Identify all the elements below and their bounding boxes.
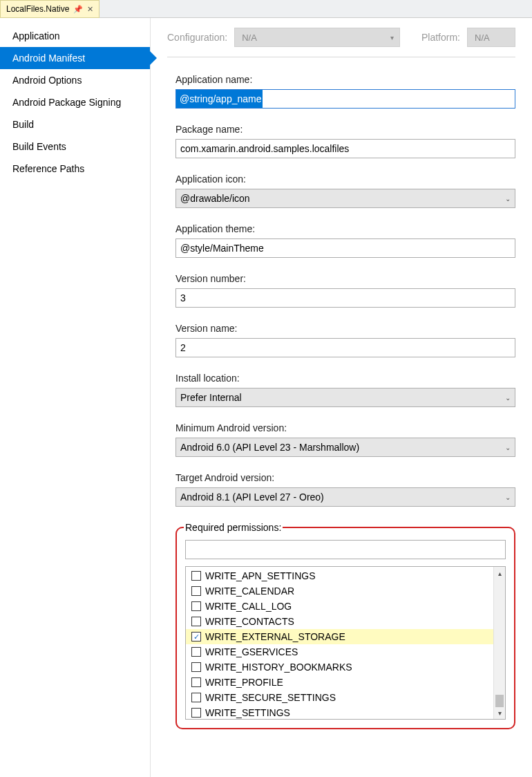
permission-label: WRITE_CALENDAR — [205, 586, 294, 597]
configuration-label: Configuration: — [167, 32, 227, 43]
chevron-down-icon: ⌄ — [505, 494, 511, 501]
checkbox-icon[interactable] — [191, 662, 201, 672]
permission-item[interactable]: WRITE_HISTORY_BOOKMARKS — [186, 659, 493, 675]
permission-item[interactable]: WRITE_GSERVICES — [186, 644, 493, 659]
install-location-combo[interactable]: Prefer Internal ⌄ — [175, 388, 515, 407]
permission-label: WRITE_SETTINGS — [205, 707, 290, 718]
chevron-down-icon: ▾ — [390, 34, 394, 41]
pin-icon[interactable]: 📌 — [73, 5, 83, 14]
permission-label: WRITE_GSERVICES — [205, 646, 298, 657]
target-android-label: Target Android version: — [175, 472, 515, 483]
required-permissions-legend: Required permissions: — [184, 522, 283, 533]
permission-item[interactable]: WRITE_SETTINGS — [186, 705, 493, 719]
sidebar-item-android-manifest[interactable]: Android Manifest — [0, 47, 150, 69]
min-android-label: Minimum Android version: — [175, 422, 515, 433]
version-number-input[interactable] — [175, 288, 515, 308]
checkbox-icon[interactable] — [191, 677, 201, 687]
application-icon-combo[interactable]: @drawable/icon ⌄ — [175, 189, 515, 208]
application-theme-label: Application theme: — [175, 223, 515, 234]
required-permissions-group: Required permissions: WRITE_APN_SETTINGS… — [175, 522, 515, 729]
checkbox-icon[interactable] — [191, 647, 201, 657]
tab-bar: LocalFiles.Native 📌 ✕ — [0, 0, 532, 18]
permissions-list: WRITE_APN_SETTINGSWRITE_CALENDARWRITE_CA… — [185, 566, 506, 720]
scroll-up-icon[interactable]: ▴ — [498, 568, 502, 579]
version-name-label: Version name: — [175, 323, 515, 334]
application-name-value: @string/app_name — [176, 90, 263, 108]
version-name-input[interactable] — [175, 338, 515, 357]
permission-label: WRITE_EXTERNAL_STORAGE — [205, 631, 345, 642]
package-name-input[interactable] — [175, 139, 515, 158]
permission-label: WRITE_HISTORY_BOOKMARKS — [205, 662, 352, 673]
application-theme-input[interactable] — [175, 238, 515, 258]
permission-label: WRITE_SECURE_SETTINGS — [205, 692, 336, 703]
sidebar-item-android-package-signing[interactable]: Android Package Signing — [0, 91, 150, 113]
checkbox-icon[interactable] — [191, 617, 201, 626]
content-panel: Configuration: N/A ▾ Platform: N/A Appli… — [151, 18, 532, 777]
chevron-down-icon: ⌄ — [505, 195, 511, 203]
permission-item[interactable]: WRITE_APN_SETTINGS — [186, 568, 493, 583]
checkbox-icon[interactable] — [191, 571, 201, 581]
checkbox-icon[interactable] — [191, 693, 201, 702]
platform-dropdown: N/A — [467, 28, 515, 47]
target-android-combo[interactable]: Android 8.1 (API Level 27 - Oreo) ⌄ — [175, 487, 515, 507]
permission-item[interactable]: WRITE_PROFILE — [186, 675, 493, 690]
install-location-label: Install location: — [175, 373, 515, 384]
sidebar-item-android-options[interactable]: Android Options — [0, 69, 150, 91]
sidebar-item-build-events[interactable]: Build Events — [0, 135, 150, 158]
tab-title: LocalFiles.Native — [6, 4, 69, 14]
permission-label: WRITE_APN_SETTINGS — [205, 570, 315, 581]
permission-label: WRITE_PROFILE — [205, 677, 283, 688]
sidebar: ApplicationAndroid ManifestAndroid Optio… — [0, 18, 151, 777]
install-location-value: Prefer Internal — [180, 392, 242, 403]
scroll-track[interactable] — [494, 579, 505, 707]
platform-label: Platform: — [421, 32, 460, 43]
checkbox-icon[interactable] — [191, 708, 201, 718]
package-name-label: Package name: — [175, 124, 515, 135]
application-name-input[interactable]: @string/app_name — [175, 89, 515, 109]
version-number-label: Version number: — [175, 273, 515, 284]
config-platform-row: Configuration: N/A ▾ Platform: N/A — [167, 28, 515, 57]
permissions-filter-input[interactable] — [185, 540, 506, 559]
permission-label: WRITE_CONTACTS — [205, 616, 294, 627]
application-icon-value: @drawable/icon — [180, 193, 250, 204]
permission-item[interactable]: WRITE_CALENDAR — [186, 583, 493, 599]
target-android-value: Android 8.1 (API Level 27 - Oreo) — [180, 492, 324, 503]
checkbox-icon[interactable]: ✓ — [191, 632, 201, 642]
configuration-dropdown: N/A ▾ — [234, 28, 400, 47]
permission-item[interactable]: ✓WRITE_EXTERNAL_STORAGE — [186, 629, 493, 644]
scroll-down-icon[interactable]: ▾ — [498, 707, 502, 718]
permission-item[interactable]: WRITE_CALL_LOG — [186, 599, 493, 614]
application-icon-label: Application icon: — [175, 174, 515, 185]
chevron-down-icon: ⌄ — [505, 394, 511, 402]
min-android-combo[interactable]: Android 6.0 (API Level 23 - Marshmallow)… — [175, 438, 515, 457]
permission-item[interactable]: WRITE_CONTACTS — [186, 614, 493, 629]
application-name-label: Application name: — [175, 74, 515, 85]
permission-label: WRITE_CALL_LOG — [205, 601, 292, 612]
sidebar-item-application[interactable]: Application — [0, 25, 150, 47]
platform-value: N/A — [475, 32, 490, 43]
sidebar-item-reference-paths[interactable]: Reference Paths — [0, 158, 150, 180]
scroll-thumb[interactable] — [495, 695, 504, 707]
permission-item[interactable]: WRITE_SECURE_SETTINGS — [186, 690, 493, 705]
min-android-value: Android 6.0 (API Level 23 - Marshmallow) — [180, 442, 359, 453]
checkbox-icon[interactable] — [191, 601, 201, 611]
configuration-value: N/A — [242, 32, 257, 43]
checkbox-icon[interactable] — [191, 586, 201, 596]
close-icon[interactable]: ✕ — [87, 5, 93, 14]
sidebar-item-build[interactable]: Build — [0, 113, 150, 135]
tab-localfiles-native[interactable]: LocalFiles.Native 📌 ✕ — [0, 0, 99, 18]
scrollbar[interactable]: ▴ ▾ — [493, 567, 505, 719]
chevron-down-icon: ⌄ — [505, 444, 511, 451]
